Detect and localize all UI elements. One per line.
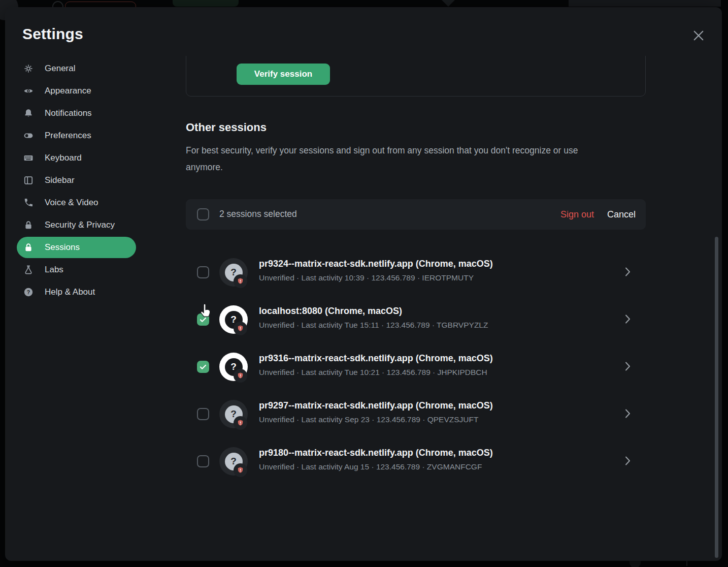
sidebar-item-security-privacy[interactable]: Security & Privacy bbox=[5, 214, 157, 236]
session-name: pr9316--matrix-react-sdk.netlify.app (Ch… bbox=[259, 353, 493, 364]
keyboard-icon bbox=[23, 153, 34, 163]
unverified-shield-icon bbox=[234, 369, 247, 383]
background-blob bbox=[173, 0, 239, 7]
session-checkbox[interactable] bbox=[197, 361, 209, 373]
chevron-right-icon[interactable] bbox=[625, 456, 631, 467]
session-name: pr9297--matrix-react-sdk.netlify.app (Ch… bbox=[259, 400, 493, 411]
flask-icon bbox=[23, 265, 34, 275]
sidebar-item-label: Preferences bbox=[45, 131, 91, 141]
session-details: Unverified · Last activity 10:39 · 123.4… bbox=[259, 273, 474, 282]
sidebar-item-voice-video[interactable]: Voice & Video bbox=[5, 192, 157, 214]
sidebar-item-label: Labs bbox=[45, 265, 63, 275]
eye-icon bbox=[23, 86, 34, 96]
sidebar-item-label: Appearance bbox=[45, 86, 91, 96]
chevron-right-icon[interactable] bbox=[625, 362, 631, 373]
sidebar-item-keyboard[interactable]: Keyboard bbox=[5, 147, 157, 169]
sidebar-item-label: Voice & Video bbox=[45, 198, 98, 208]
session-row[interactable]: ? localhost:8080 (Chrome, macOS) Unverif… bbox=[186, 301, 646, 338]
lock-icon bbox=[23, 220, 34, 230]
sidebar-item-label: Sessions bbox=[45, 242, 80, 253]
close-icon[interactable] bbox=[688, 25, 709, 46]
background-rect bbox=[569, 0, 721, 7]
bell-icon bbox=[23, 108, 34, 118]
session-row[interactable]: ? pr9180--matrix-react-sdk.netlify.app (… bbox=[186, 443, 646, 480]
sidebar-item-label: Notifications bbox=[45, 108, 92, 118]
app-screen: Rooms Settings General Appearance bbox=[0, 0, 728, 567]
phone-icon bbox=[23, 198, 34, 208]
sidebar-item-appearance[interactable]: Appearance bbox=[5, 80, 157, 102]
selection-bar: 2 sessions selected Sign out Cancel bbox=[186, 199, 646, 230]
sidebar-item-preferences[interactable]: Preferences bbox=[5, 124, 157, 147]
sessions-content: Verify session Other sessions For best s… bbox=[186, 56, 646, 561]
session-checkbox[interactable] bbox=[197, 408, 209, 420]
sidebar-item-sidebar[interactable]: Sidebar bbox=[5, 169, 157, 192]
session-list: ? pr9324--matrix-react-sdk.netlify.app (… bbox=[186, 254, 646, 490]
sidebar-item-general[interactable]: General bbox=[5, 57, 157, 80]
session-checkbox[interactable] bbox=[197, 266, 209, 278]
session-checkbox[interactable] bbox=[197, 313, 209, 326]
verify-session-button[interactable]: Verify session bbox=[237, 64, 330, 85]
cancel-button[interactable]: Cancel bbox=[607, 209, 636, 220]
unverified-shield-icon bbox=[234, 274, 247, 288]
sidebar-item-labs[interactable]: Labs bbox=[5, 259, 157, 281]
selection-count-label: 2 sessions selected bbox=[219, 209, 297, 219]
sidebar-item-help-about[interactable]: ? Help & About bbox=[5, 281, 157, 303]
select-all-checkbox[interactable] bbox=[197, 208, 209, 220]
selection-actions: Sign out Cancel bbox=[560, 199, 636, 230]
unverified-shield-icon bbox=[234, 463, 247, 477]
toggle-icon bbox=[23, 131, 34, 141]
session-row[interactable]: ? pr9324--matrix-react-sdk.netlify.app (… bbox=[186, 254, 646, 291]
session-details: Unverified · Last activity Tue 10:21 · 1… bbox=[259, 368, 487, 377]
settings-dialog: Settings General Appearance bbox=[5, 7, 722, 561]
scrollbar[interactable] bbox=[715, 237, 718, 558]
unverified-shield-icon bbox=[234, 416, 247, 430]
chevron-right-icon[interactable] bbox=[625, 409, 631, 420]
session-name: localhost:8080 (Chrome, macOS) bbox=[259, 306, 402, 317]
session-details: Unverified · Last activity Tue 15:11 · 1… bbox=[259, 321, 488, 330]
lock-icon bbox=[23, 242, 34, 253]
gear-icon bbox=[23, 64, 34, 74]
session-checkbox[interactable] bbox=[197, 455, 209, 467]
session-name: pr9324--matrix-react-sdk.netlify.app (Ch… bbox=[259, 259, 493, 269]
session-row[interactable]: ? pr9297--matrix-react-sdk.netlify.app (… bbox=[186, 396, 646, 432]
sidebar-item-label: General bbox=[45, 64, 75, 74]
sign-out-button[interactable]: Sign out bbox=[560, 209, 594, 220]
unverified-shield-icon bbox=[234, 322, 247, 335]
other-sessions-heading: Other sessions bbox=[186, 121, 267, 134]
chevron-right-icon[interactable] bbox=[625, 314, 631, 326]
sidebar-item-sessions[interactable]: Sessions bbox=[5, 236, 157, 259]
svg-text:?: ? bbox=[27, 289, 30, 295]
sidebar-item-label: Help & About bbox=[45, 287, 95, 297]
sidebar-item-label: Sidebar bbox=[45, 175, 75, 185]
session-row[interactable]: ? pr9316--matrix-react-sdk.netlify.app (… bbox=[186, 349, 646, 385]
dialog-title: Settings bbox=[22, 25, 83, 43]
session-name: pr9180--matrix-react-sdk.netlify.app (Ch… bbox=[259, 448, 493, 458]
chevron-right-icon[interactable] bbox=[625, 267, 631, 278]
sidebar-item-label: Keyboard bbox=[45, 153, 82, 163]
session-details: Unverified · Last activity Aug 15 · 123.… bbox=[259, 462, 482, 471]
session-details: Unverified · Last activity Sep 23 · 123.… bbox=[259, 415, 478, 424]
other-sessions-description: For best security, verify your sessions … bbox=[186, 142, 607, 176]
sidebar-item-notifications[interactable]: Notifications bbox=[5, 102, 157, 124]
background-shape bbox=[442, 0, 455, 7]
panel-icon bbox=[23, 175, 34, 185]
help-icon: ? bbox=[23, 287, 34, 297]
settings-sidebar: General Appearance Notifications Prefere… bbox=[5, 57, 157, 303]
sidebar-item-label: Security & Privacy bbox=[45, 220, 115, 230]
